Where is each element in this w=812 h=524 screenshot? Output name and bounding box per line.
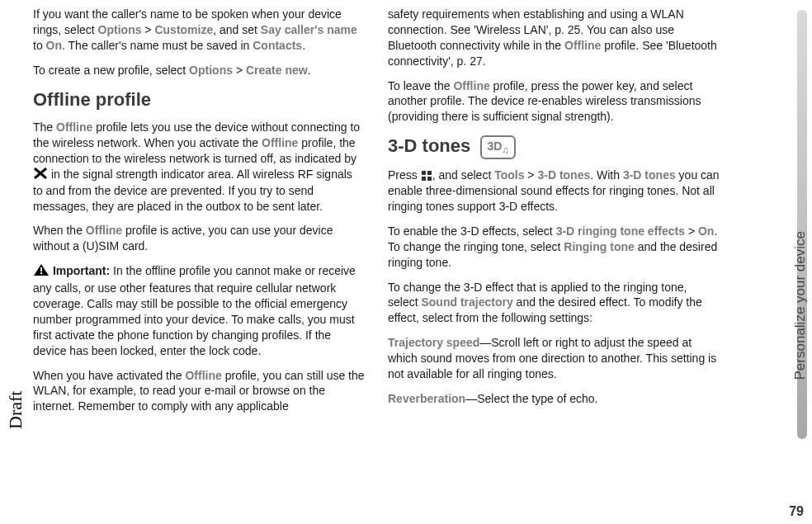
menu-path-tools: Tools <box>494 168 524 182</box>
text: —Select the type of echo. <box>465 392 597 405</box>
text: in the signal strength indicator area. A… <box>33 168 352 213</box>
setting-trajectory-speed: Trajectory speed <box>388 336 479 349</box>
draft-watermark: Draft <box>5 391 26 429</box>
paragraph: The Offline profile lets you use the dev… <box>33 120 365 214</box>
text: to <box>33 39 46 52</box>
contacts-label: Contacts <box>253 39 302 52</box>
setting-on: On <box>698 224 714 238</box>
svg-rect-7 <box>422 177 426 181</box>
text: To leave the <box>388 79 453 92</box>
offline-label: Offline <box>262 136 298 149</box>
text: > <box>233 64 246 77</box>
important-label: Important: <box>50 264 110 277</box>
offline-label: Offline <box>564 39 601 52</box>
side-tab-label: Personalize your device <box>792 231 809 380</box>
text: To create a new profile, select <box>33 64 189 77</box>
manual-page: If you want the caller's name to be spok… <box>0 0 812 524</box>
warning-icon <box>33 263 50 281</box>
text: , and set <box>213 23 261 36</box>
text: . <box>302 39 305 52</box>
menu-path-create-new: Create new <box>246 64 308 77</box>
paragraph: Reverberation—Select the type of echo. <box>388 391 720 407</box>
heading-3d-tones: 3-D tones 3D♫ <box>388 134 720 159</box>
side-tab: Personalize your device <box>779 0 807 495</box>
heading-offline-profile: Offline profile <box>33 87 365 112</box>
no-signal-icon <box>33 168 48 183</box>
paragraph: Press , and select Tools > 3-D tones. Wi… <box>388 168 720 215</box>
text: Press <box>388 168 421 182</box>
text: > <box>141 23 154 36</box>
text: . <box>308 64 311 77</box>
text: When the <box>33 224 86 237</box>
paragraph: To leave the Offline profile, press the … <box>388 78 720 125</box>
text: When you have activated the <box>33 369 185 382</box>
right-column: safety requirements when establishing an… <box>388 7 743 524</box>
paragraph: To enable the 3-D effects, select 3-D ri… <box>388 224 720 271</box>
heading-text: 3-D tones <box>388 135 470 156</box>
3d-tones-label: 3-D tones <box>623 168 676 182</box>
paragraph: To change the 3-D effect that is applied… <box>388 280 720 327</box>
text: . With <box>590 168 623 182</box>
text: The <box>33 120 56 134</box>
setting-sound-trajectory: Sound trajectory <box>421 295 512 309</box>
setting-3d-ringing-effects: 3-D ringing tone effects <box>556 224 685 238</box>
svg-rect-5 <box>422 171 426 175</box>
text: , and select <box>432 168 495 182</box>
3d-tones-icon: 3D♫ <box>480 135 516 160</box>
paragraph: Trajectory speed—Scroll left or right to… <box>388 335 720 382</box>
menu-path-options: Options <box>189 64 233 77</box>
svg-rect-6 <box>427 171 432 175</box>
page-number: 79 <box>789 504 804 519</box>
offline-label: Offline <box>185 369 221 382</box>
offline-label: Offline <box>56 120 92 134</box>
paragraph: When you have activated the Offline prof… <box>33 368 365 415</box>
svg-rect-4 <box>40 272 42 274</box>
svg-rect-3 <box>40 267 42 271</box>
setting-on: On <box>46 39 62 52</box>
text: > <box>685 224 698 238</box>
text: . The caller's name must be saved in <box>62 39 253 52</box>
setting-reverberation: Reverberation <box>388 392 465 405</box>
3d-icon-text: 3D <box>487 139 502 153</box>
paragraph: If you want the caller's name to be spok… <box>33 7 365 54</box>
text: > <box>524 168 537 182</box>
menu-path-options: Options <box>98 23 142 36</box>
menu-path-customize: Customize <box>154 23 213 36</box>
svg-rect-8 <box>427 177 432 181</box>
menu-path-3d-tones: 3-D tones <box>537 168 590 182</box>
important-note: Important: In the offline profile you ca… <box>33 263 365 358</box>
left-column: If you want the caller's name to be spok… <box>33 7 388 524</box>
paragraph: To create a new profile, select Options … <box>33 63 365 78</box>
text: In the offline profile you cannot make o… <box>33 264 356 356</box>
setting-say-callers-name: Say caller's name <box>261 23 357 36</box>
offline-label: Offline <box>453 79 489 92</box>
text: To enable the 3-D effects, select <box>388 224 556 238</box>
offline-label: Offline <box>86 224 122 237</box>
paragraph: safety requirements when establishing an… <box>388 7 720 69</box>
setting-ringing-tone: Ringing tone <box>564 240 635 253</box>
menu-key-icon <box>421 168 432 182</box>
paragraph: When the Offline profile is active, you … <box>33 223 365 254</box>
